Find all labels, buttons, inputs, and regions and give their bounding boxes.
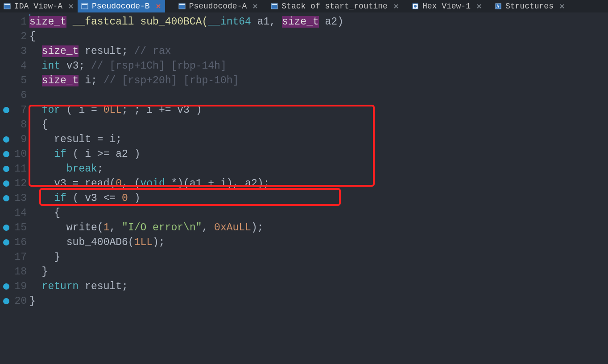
view-icon: [4, 3, 11, 10]
breakpoint-marker[interactable]: [3, 225, 9, 231]
close-icon[interactable]: [252, 3, 258, 9]
code-line: {: [28, 29, 608, 44]
svg-rect-1: [4, 4, 10, 5]
close-icon[interactable]: [559, 3, 565, 9]
code-line: size_t result; // rax: [28, 44, 608, 58]
view-icon: [81, 3, 88, 10]
code-line: size_t i; // [rsp+20h] [rbp-10h]: [28, 73, 608, 88]
line-number: 18: [12, 266, 28, 278]
code-line: if ( v3 <= 0 ): [28, 191, 608, 205]
breakpoint-marker[interactable]: [3, 166, 9, 172]
line-number: 16: [12, 237, 28, 248]
tab-pseudocode-a[interactable]: Pseudocode-A: [165, 0, 262, 12]
svg-point-17: [414, 5, 417, 8]
line-number: 10: [12, 148, 28, 160]
breakpoint-marker[interactable]: [3, 136, 9, 143]
code-line: {: [28, 205, 608, 220]
line-number: 9: [12, 134, 28, 145]
line-number: 19: [12, 281, 28, 292]
code-line: }: [28, 249, 608, 264]
close-icon[interactable]: [476, 3, 482, 9]
line-number: 4: [12, 60, 28, 72]
svg-rect-9: [179, 4, 185, 5]
code-line: {: [28, 117, 608, 132]
line-number: 11: [12, 163, 28, 175]
breakpoint-marker[interactable]: [3, 298, 9, 304]
code-editor[interactable]: 1 2 3 4 5 6 7 8 9 10 11 12 13 14 15 16 1…: [0, 12, 608, 364]
tab-label: Pseudocode-B: [92, 2, 150, 11]
line-number: 8: [12, 119, 28, 131]
code-line: v3 = read(0, (void *)(a1 + i), a2);: [28, 176, 608, 191]
tab-label: IDA View-A: [14, 2, 62, 11]
gutter: 1 2 3 4 5 6 7 8 9 10 11 12 13 14 15 16 1…: [0, 12, 28, 364]
breakpoint-marker[interactable]: [3, 107, 9, 113]
close-icon[interactable]: [393, 3, 399, 9]
struct-icon: A: [495, 3, 502, 10]
line-number: 7: [12, 104, 28, 116]
code-line: break;: [28, 161, 608, 176]
line-number: 15: [12, 222, 28, 233]
line-number: 6: [12, 90, 28, 101]
line-number: 14: [12, 207, 28, 219]
code-line: int v3; // [rsp+1Ch] [rbp-14h]: [28, 58, 608, 73]
breakpoint-marker[interactable]: [3, 180, 9, 187]
line-number: 12: [12, 178, 28, 189]
tab-pseudocode-b[interactable]: Pseudocode-B: [78, 0, 165, 12]
tab-label: Hex View-1: [422, 2, 471, 11]
close-icon[interactable]: [155, 3, 161, 9]
tab-stack-of-start-routine[interactable]: Stack of start_routine: [262, 0, 403, 12]
close-icon[interactable]: [68, 3, 74, 9]
code-line: if ( i >= a2 ): [28, 147, 608, 161]
view-icon: [178, 3, 186, 10]
svg-rect-13: [272, 4, 277, 5]
line-number: 2: [12, 31, 28, 42]
code-line: }: [28, 294, 608, 308]
tab-structures[interactable]: A Structures: [486, 0, 569, 12]
svg-text:A: A: [496, 4, 499, 9]
tab-bar: IDA View-A Pseudocode-B Pseudocode-A Sta…: [0, 0, 608, 12]
tab-hex-view-1[interactable]: Hex View-1: [403, 0, 486, 12]
line-number: 17: [12, 251, 28, 263]
code-line: for ( i = 0LL; ; i += v3 ): [28, 102, 608, 117]
code-line: result = i;: [28, 132, 608, 147]
line-number: 13: [12, 192, 28, 204]
tab-ida-view-a[interactable]: IDA View-A: [0, 0, 78, 12]
tab-label: Stack of start_routine: [281, 2, 388, 11]
code-line: [28, 88, 608, 102]
tab-label: Pseudocode-A: [189, 2, 247, 11]
code-line: sub_400AD6(1LL);: [28, 235, 608, 249]
stack-icon: [271, 3, 278, 10]
svg-rect-5: [82, 4, 87, 5]
line-number: 5: [12, 75, 28, 86]
line-number: 3: [12, 45, 28, 57]
breakpoint-marker[interactable]: [3, 283, 9, 290]
tab-label: Structures: [505, 2, 554, 11]
code-content[interactable]: size_t __fastcall sub_400BCA(__int64 a1,…: [28, 12, 608, 364]
breakpoint-marker[interactable]: [3, 151, 9, 157]
code-line: size_t __fastcall sub_400BCA(__int64 a1,…: [28, 14, 608, 29]
line-number: 1: [12, 16, 28, 28]
breakpoint-marker[interactable]: [3, 239, 9, 245]
line-number: 20: [12, 295, 28, 307]
hex-icon: [412, 3, 419, 10]
code-line: write(1, "I/O error\n", 0xAuLL);: [28, 220, 608, 235]
code-line: return result;: [28, 279, 608, 294]
breakpoint-marker[interactable]: [3, 195, 9, 201]
code-line: }: [28, 264, 608, 279]
